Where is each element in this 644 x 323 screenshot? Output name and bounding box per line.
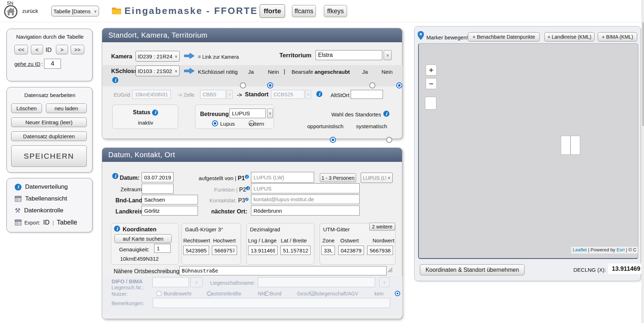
status-info-icon[interactable] (152, 110, 158, 116)
kschloss-link-arrow-icon[interactable] (184, 67, 195, 74)
wahl-label: Wahl des Standortes (331, 111, 381, 117)
kschloss-select[interactable]: ID103 : 21S02 (136, 66, 180, 76)
kschluessel-ja-radio[interactable] (240, 82, 246, 88)
wahl-info-icon[interactable] (383, 111, 389, 117)
kschloss-info-icon[interactable] (112, 77, 118, 83)
karte-suchen-button[interactable]: auf Karte suchen (114, 234, 172, 243)
nav-prev-button[interactable]: < (31, 45, 43, 54)
kschluessel-nein-radio[interactable] (267, 82, 273, 88)
utm-box: UTM-Gitter 2 weitere Zone Ostwert Nordwe… (319, 223, 396, 265)
p2-input[interactable] (251, 183, 360, 193)
nutzer-bundeswehr-radio (156, 291, 162, 296)
chevron-down-icon (388, 175, 390, 180)
bndland-input[interactable] (142, 195, 198, 204)
bearsafe-ja-radio[interactable] (369, 82, 375, 88)
dezimal-title: Dezimalgrad (250, 226, 280, 232)
standort-panel-title: Standort, Kamera, Territorium (108, 31, 207, 39)
link-datenverteilung[interactable]: Datenverteilung (15, 183, 68, 191)
zeitraum-input[interactable] (142, 184, 174, 194)
lat-input[interactable] (280, 246, 311, 255)
tools-icon: ⚒ (15, 207, 20, 214)
nav-last-button[interactable]: >> (71, 45, 84, 54)
app-button-fforte[interactable]: fforte (260, 4, 285, 18)
save-button[interactable]: SPEICHERN (11, 145, 87, 167)
territorium-dropdown-button[interactable] (384, 50, 392, 60)
zone-input[interactable] (321, 246, 335, 255)
koordinaten-info-icon[interactable] (114, 226, 120, 232)
goto-id-link[interactable]: gehe zu ID (14, 61, 41, 67)
scrollbar-track[interactable] (641, 0, 644, 323)
aufgestellt-label-text: aufgestellt von | (199, 175, 236, 181)
nav-next-button[interactable]: > (56, 45, 68, 54)
app-button-ffcams[interactable]: ffcams (292, 5, 316, 17)
new-entry-button[interactable]: Neuer Eintrag (leer) (11, 117, 87, 127)
bima-kml-button[interactable]: + BIMA (KML) (598, 32, 637, 42)
nordwert-input[interactable] (367, 246, 393, 255)
datenpunkte-button[interactable]: + Benachbarte Datenpunkte (468, 32, 540, 42)
utm-title: UTM-Gitter (323, 226, 350, 232)
ortsbeschreibung-input[interactable] (179, 266, 387, 275)
map-zoom-in-button[interactable]: + (426, 64, 437, 76)
datum-panel-header: Datum, Kontakt, Ort (102, 148, 402, 162)
export-tabelle-link[interactable]: Tabelle (57, 219, 77, 226)
landkreis-input[interactable] (142, 206, 198, 216)
resize-handle-icon[interactable] (388, 267, 393, 273)
app-button-ffkeys[interactable]: ffkeys (324, 5, 347, 17)
landkreise-kml-button[interactable]: + Landkreise (KML) (544, 32, 595, 42)
betreuung-dropdown-button[interactable] (267, 109, 273, 118)
goto-id-input[interactable] (44, 59, 61, 69)
standort-info-icon[interactable] (316, 91, 322, 97)
altstort-input[interactable] (351, 90, 383, 99)
standort-panel-header: Standort, Kamera, Territorium (102, 28, 402, 42)
export-id-link[interactable]: ID (43, 219, 49, 226)
map-canvas[interactable]: + − Leaflet | Powered by Esri | © C (418, 43, 638, 259)
wahl-opportunistisch-radio[interactable] (330, 137, 336, 143)
rechtswert-input[interactable] (183, 246, 209, 255)
datum-info-icon[interactable] (112, 173, 118, 179)
apply-coordinates-button[interactable]: Koordinaten & Standort übernehmen (420, 264, 525, 275)
kschloss-label: KSchloss (111, 68, 137, 74)
datum-input[interactable] (142, 172, 174, 182)
bearsafe-nein-radio[interactable] (396, 82, 402, 88)
chevron-down-icon (175, 54, 177, 59)
p3-input[interactable] (251, 194, 360, 204)
hochwert-input[interactable] (212, 246, 237, 255)
leaflet-link[interactable]: Leaflet (573, 247, 587, 252)
lng-input[interactable] (248, 246, 278, 255)
territorium-input[interactable] (316, 50, 382, 60)
map-layers-button[interactable] (425, 97, 436, 110)
scrollbar-thumb[interactable] (642, 22, 644, 126)
p1-info-icon[interactable] (245, 175, 249, 179)
duplicate-button[interactable]: Datensatz duplizieren (11, 131, 87, 141)
wahl-systematisch-radio[interactable] (386, 137, 392, 143)
p2-info-icon[interactable] (246, 186, 250, 190)
bemerkungen-label: Bemerkungen: (112, 300, 144, 306)
link-datenkontrolle[interactable]: ⚒ Datenkontrolle (15, 207, 63, 214)
betreuung-box: Betreuung Lupus extern (195, 105, 274, 129)
personen-button[interactable]: 1 - 3 Personen (320, 173, 356, 182)
kamera-select[interactable]: ID239 : 21R24 (136, 51, 180, 62)
ostwert-input[interactable] (338, 246, 364, 255)
nav-first-button[interactable]: << (14, 45, 28, 54)
delete-button[interactable]: Löschen (11, 103, 42, 113)
camera-link-arrow-icon[interactable] (184, 52, 195, 59)
ort-input[interactable] (251, 206, 360, 216)
betreuung-input[interactable] (229, 109, 266, 118)
map-zoom-out-button[interactable]: − (426, 78, 437, 89)
betreuung-lupus-radio[interactable] (212, 120, 218, 126)
reload-button[interactable]: neu laden (46, 103, 87, 113)
back-link[interactable]: zurück (22, 8, 38, 14)
datum-label: Datum: (120, 175, 139, 181)
utm-more-button[interactable]: 2 weitere (369, 223, 395, 231)
home-icon[interactable] (4, 5, 18, 19)
bemerkungen-input (153, 298, 390, 308)
link-tabellenansicht[interactable]: Tabellenansicht (15, 195, 67, 202)
p3-info-icon[interactable] (245, 198, 248, 201)
dezimal-box: Dezimalgrad Lng / Länge Lat / Breite (246, 223, 314, 265)
esri-link[interactable]: Esri (616, 247, 624, 252)
genauigkeit-input[interactable] (154, 244, 171, 253)
table-select[interactable]: Tabelle [Datens (51, 6, 99, 16)
p1-select[interactable]: LUPUS (LW (361, 173, 393, 183)
marker-hint: Marker bewegen! (426, 34, 468, 40)
p1-input[interactable] (251, 172, 314, 183)
